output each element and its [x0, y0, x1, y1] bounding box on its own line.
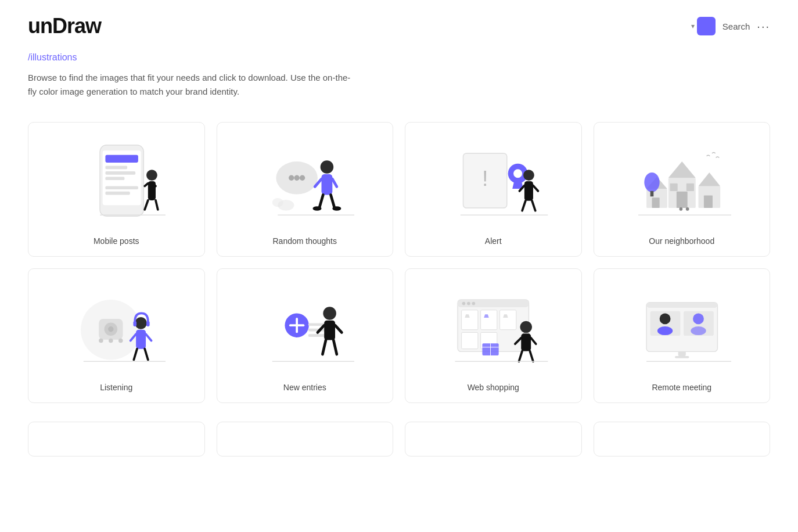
card-random-thoughts[interactable]: Random thoughts	[217, 122, 394, 257]
card-label-alert: Alert	[485, 236, 502, 246]
svg-point-61	[108, 326, 113, 332]
svg-rect-44	[676, 192, 687, 208]
svg-point-25	[312, 206, 321, 211]
card-our-neighborhood[interactable]: Our neighborhood	[594, 122, 771, 257]
svg-line-13	[156, 200, 158, 210]
card-mobile-posts[interactable]: Mobile posts	[28, 122, 205, 257]
card-image-alert: !	[415, 134, 572, 227]
svg-rect-81	[324, 321, 335, 340]
card-label-random-thoughts: Random thoughts	[272, 236, 337, 246]
svg-rect-46	[686, 184, 693, 191]
logo: unDraw	[28, 14, 101, 38]
svg-line-10	[145, 184, 148, 186]
svg-point-17	[294, 175, 299, 181]
search-label[interactable]: Search	[722, 21, 750, 31]
svg-point-8	[146, 170, 157, 181]
svg-rect-45	[670, 184, 677, 191]
partial-card-4[interactable]	[594, 422, 771, 456]
svg-line-72	[145, 349, 148, 360]
svg-point-90	[467, 302, 470, 305]
svg-point-89	[462, 302, 466, 305]
svg-rect-92	[462, 310, 478, 330]
svg-rect-66	[133, 321, 136, 326]
card-alert[interactable]: ! Alert	[405, 122, 582, 257]
more-menu-icon[interactable]: ···	[757, 20, 770, 33]
svg-line-22	[332, 179, 337, 186]
svg-rect-116	[675, 356, 689, 358]
svg-point-53	[644, 172, 659, 192]
svg-rect-49	[703, 195, 712, 208]
svg-point-64	[118, 339, 123, 343]
svg-line-83	[335, 325, 342, 332]
svg-point-114	[691, 326, 706, 335]
svg-line-71	[134, 349, 137, 360]
partial-card-1[interactable]	[28, 422, 205, 456]
card-remote-meeting[interactable]: Remote meeting	[594, 268, 771, 403]
svg-line-104	[519, 351, 522, 361]
svg-point-65	[135, 317, 147, 329]
card-label-mobile-posts: Mobile posts	[94, 236, 139, 246]
svg-line-103	[531, 338, 535, 344]
chevron-down-icon[interactable]: ▾	[691, 22, 695, 30]
svg-rect-3	[105, 166, 127, 170]
card-new-entries[interactable]: New entries	[217, 268, 394, 403]
svg-point-80	[323, 307, 336, 320]
svg-rect-4	[105, 171, 135, 175]
svg-rect-20	[321, 174, 332, 195]
partial-card-3[interactable]	[405, 422, 582, 456]
card-image-web-shopping	[415, 281, 572, 373]
svg-rect-68	[136, 330, 146, 349]
svg-rect-52	[652, 197, 659, 208]
svg-point-56	[685, 207, 689, 211]
card-label-our-neighborhood: Our neighborhood	[649, 236, 714, 246]
svg-point-100	[520, 321, 532, 333]
color-swatch[interactable]	[697, 17, 716, 35]
svg-point-35	[523, 170, 534, 181]
card-label-new-entries: New entries	[283, 383, 326, 392]
svg-line-70	[146, 334, 151, 340]
card-image-our-neighborhood	[603, 134, 761, 227]
svg-point-62	[99, 339, 103, 343]
svg-point-34	[513, 169, 522, 178]
header: unDraw ▾ Search ···	[0, 0, 798, 38]
card-image-new-entries	[227, 281, 384, 373]
card-image-remote-meeting	[603, 281, 761, 373]
svg-text:!: !	[482, 166, 488, 190]
hero-section: /illustrations Browse to find the images…	[0, 38, 798, 103]
svg-line-105	[530, 351, 533, 361]
svg-rect-95	[462, 332, 478, 348]
svg-marker-48	[698, 172, 720, 186]
svg-line-12	[145, 200, 148, 210]
svg-line-84	[322, 340, 326, 354]
svg-line-24	[330, 195, 335, 208]
card-listening[interactable]: Listening	[28, 268, 205, 403]
svg-point-113	[693, 313, 704, 324]
svg-line-85	[333, 340, 337, 354]
svg-rect-54	[650, 191, 653, 196]
svg-point-26	[332, 206, 341, 211]
card-label-remote-meeting: Remote meeting	[652, 383, 711, 392]
svg-point-19	[320, 160, 333, 174]
svg-rect-2	[105, 155, 138, 163]
svg-marker-43	[668, 161, 695, 178]
svg-point-18	[299, 175, 304, 181]
svg-point-63	[109, 339, 113, 343]
svg-rect-115	[678, 351, 685, 356]
color-picker-wrapper: ▾	[691, 17, 716, 35]
svg-line-38	[533, 185, 538, 190]
svg-rect-93	[481, 310, 497, 330]
illustration-grid: Mobile posts	[0, 103, 798, 422]
svg-rect-94	[500, 310, 516, 330]
svg-rect-67	[146, 321, 150, 326]
svg-rect-7	[105, 192, 130, 195]
svg-point-55	[679, 207, 682, 211]
card-image-listening	[38, 281, 195, 373]
svg-point-16	[289, 175, 294, 181]
partial-card-2[interactable]	[217, 422, 394, 456]
svg-rect-108	[646, 303, 717, 308]
svg-rect-6	[105, 186, 138, 189]
svg-rect-101	[521, 333, 531, 351]
partial-row	[0, 422, 798, 468]
card-web-shopping[interactable]: Web shopping	[405, 268, 582, 403]
svg-point-29	[272, 198, 283, 207]
